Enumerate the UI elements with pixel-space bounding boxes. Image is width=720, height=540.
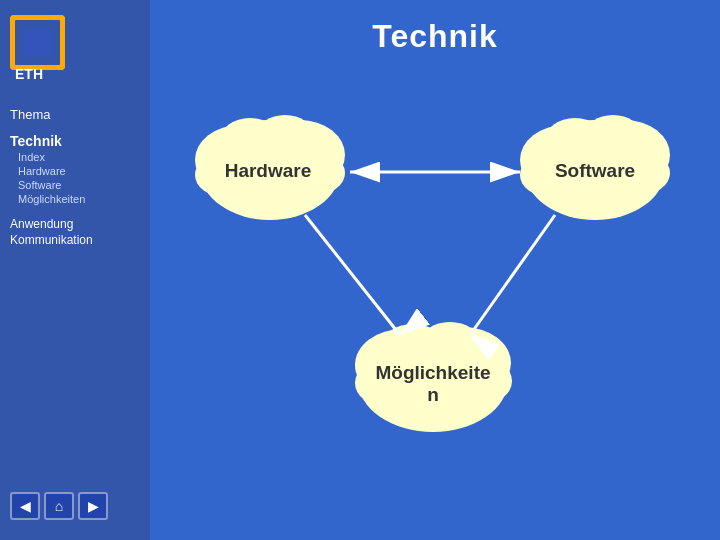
svg-point-18 <box>415 327 511 399</box>
thema-label: Thema <box>10 107 140 122</box>
main-content: Technik Hardware <box>150 0 720 540</box>
moglichkeiten-nav-item[interactable]: Möglichkeiten <box>18 192 140 206</box>
svg-point-12 <box>520 153 580 197</box>
svg-point-9 <box>525 120 665 220</box>
svg-line-27 <box>305 215 400 335</box>
svg-point-15 <box>585 115 641 155</box>
hardware-cloud-group: Hardware <box>195 115 345 220</box>
kommunikation-nav-item[interactable]: Kommunikation <box>10 232 140 248</box>
svg-point-14 <box>545 118 605 162</box>
eth-label: ETH <box>15 66 140 82</box>
home-button[interactable]: ⌂ <box>44 492 74 520</box>
svg-point-7 <box>220 118 280 162</box>
hardware-label: Hardware <box>225 160 312 181</box>
software-nav-item[interactable]: Software <box>18 178 140 192</box>
svg-point-4 <box>255 120 345 190</box>
svg-point-3 <box>195 125 285 195</box>
software-label-main: Software <box>555 160 635 181</box>
svg-rect-1 <box>24 29 51 56</box>
svg-point-21 <box>381 324 445 370</box>
moglichkeiten-label: Möglichkeite <box>375 362 490 383</box>
technik-section: Technik Index Hardware Software Möglichk… <box>10 132 140 206</box>
diagram-arrows: Hardware Software <box>165 85 705 465</box>
svg-point-16 <box>358 328 508 432</box>
svg-point-19 <box>355 359 419 407</box>
moglichkeiten-label-n: n <box>427 384 439 405</box>
technik-nav-item[interactable]: Technik <box>10 132 140 150</box>
svg-point-8 <box>257 115 313 155</box>
cloud-diagram: Hardware Software <box>165 85 705 465</box>
next-button[interactable]: ▶ <box>78 492 108 520</box>
svg-point-13 <box>610 151 670 195</box>
prev-button[interactable]: ◀ <box>10 492 40 520</box>
index-nav-item[interactable]: Index <box>18 150 140 164</box>
hardware-nav-item[interactable]: Hardware <box>18 164 140 178</box>
svg-line-28 <box>470 215 555 335</box>
sidebar: ETH Thema Technik Index Hardware Softwar… <box>0 0 150 540</box>
nav-buttons: ◀ ⌂ ▶ <box>10 492 108 520</box>
svg-point-20 <box>448 357 512 405</box>
svg-point-17 <box>355 329 451 401</box>
svg-point-5 <box>195 153 255 197</box>
svg-point-10 <box>520 125 610 195</box>
anwendung-section: Anwendung Kommunikation <box>10 216 140 248</box>
software-cloud-group: Software <box>520 115 670 220</box>
eth-logo: ETH <box>10 15 140 82</box>
svg-point-11 <box>580 120 670 190</box>
svg-point-6 <box>285 151 345 195</box>
thema-section: Thema <box>10 107 140 122</box>
page-title: Technik <box>372 18 498 55</box>
svg-point-2 <box>200 120 340 220</box>
moglichkeiten-cloud-group: Möglichkeite n <box>355 322 512 432</box>
svg-point-22 <box>420 322 480 364</box>
anwendung-nav-item[interactable]: Anwendung <box>10 216 140 232</box>
